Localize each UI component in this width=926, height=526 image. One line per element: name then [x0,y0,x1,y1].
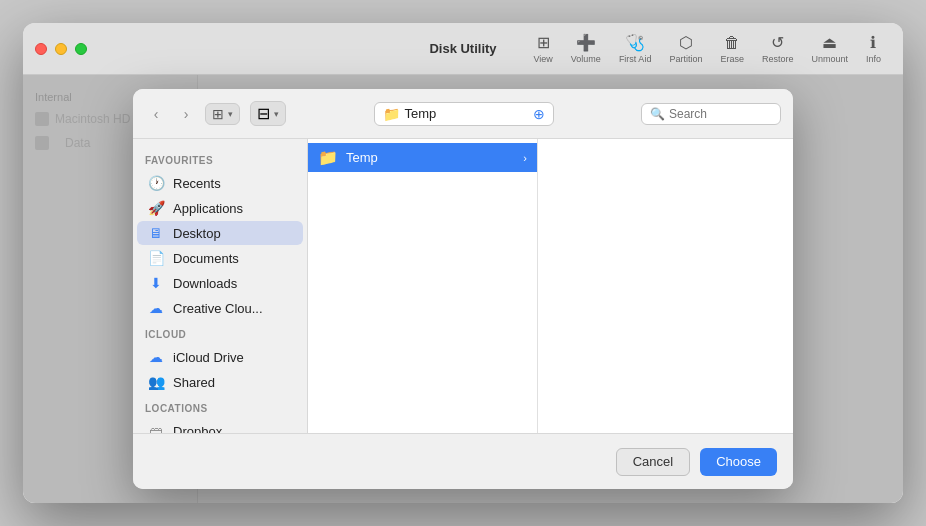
volume-label: Volume [571,54,601,64]
partition-icon: ⬡ [679,33,693,52]
applications-icon: 🚀 [147,200,165,216]
desktop-icon: 🖥 [147,225,165,241]
temp-folder-icon: 📁 [318,148,338,167]
favourites-section-label: Favourites [133,147,307,170]
sidebar-item-icloud-drive[interactable]: ☁ iCloud Drive [137,345,303,369]
documents-icon: 📄 [147,250,165,266]
toolbar-icons: ⊞ View ➕ Volume 🩺 First Aid ⬡ Partition … [533,33,881,64]
downloads-label: Downloads [173,276,237,291]
current-folder-selector[interactable]: 📁 Temp ⊕ [374,102,554,126]
picker-body: Favourites 🕐 Recents 🚀 Applications 🖥 De… [133,139,793,433]
traffic-lights [35,43,87,55]
file-row-temp[interactable]: 📁 Temp › [308,143,537,172]
info-icon: ℹ [870,33,876,52]
icloud-drive-label: iCloud Drive [173,350,244,365]
icloud-drive-icon: ☁ [147,349,165,365]
choose-button[interactable]: Choose [700,448,777,476]
current-folder-name: 📁 Temp [383,106,437,122]
creative-cloud-icon: ☁ [147,300,165,316]
shared-label: Shared [173,375,215,390]
unmount-icon: ⏏ [822,33,837,52]
search-icon: 🔍 [650,107,665,121]
dropbox-icon: 🗃 [147,423,165,433]
cancel-button[interactable]: Cancel [616,448,690,476]
search-box[interactable]: 🔍 [641,103,781,125]
folder-column: 📁 Temp › [308,139,538,433]
title-bar: Disk Utility ⊞ View ➕ Volume 🩺 First Aid… [23,23,903,75]
info-label: Info [866,54,881,64]
toolbar-item-partition[interactable]: ⬡ Partition [669,33,702,64]
maximize-button[interactable] [75,43,87,55]
sidebar-item-recents[interactable]: 🕐 Recents [137,171,303,195]
column-view-icon: ⊞ [212,106,224,122]
recents-label: Recents [173,176,221,191]
first-aid-label: First Aid [619,54,652,64]
sidebar-item-dropbox[interactable]: 🗃 Dropbox [137,419,303,433]
picker-toolbar: ‹ › ⊞ ▾ ⊟ ▾ 📁 Temp [133,89,793,139]
toolbar-item-view[interactable]: ⊞ View [533,33,552,64]
partition-label: Partition [669,54,702,64]
app-window: Disk Utility ⊞ View ➕ Volume 🩺 First Aid… [23,23,903,503]
sidebar-item-applications[interactable]: 🚀 Applications [137,196,303,220]
toolbar-item-restore[interactable]: ↺ Restore [762,33,794,64]
app-title: Disk Utility [429,41,496,56]
detail-column [538,139,793,433]
toolbar-item-info[interactable]: ℹ Info [866,33,881,64]
folder-icon: 📁 [383,106,400,122]
grid-view-chevron: ▾ [274,109,279,119]
recents-icon: 🕐 [147,175,165,191]
view-icon: ⊞ [537,33,550,52]
first-aid-icon: 🩺 [625,33,645,52]
column-view-button[interactable]: ⊞ ▾ [205,103,240,125]
shared-icon: 👥 [147,374,165,390]
close-button[interactable] [35,43,47,55]
erase-icon: 🗑 [724,34,740,52]
search-input[interactable] [669,107,769,121]
title-bar-center: Disk Utility [429,41,496,56]
modal-overlay: ‹ › ⊞ ▾ ⊟ ▾ 📁 Temp [23,75,903,503]
toolbar-item-erase[interactable]: 🗑 Erase [720,34,744,64]
toolbar-item-volume[interactable]: ➕ Volume [571,33,601,64]
folder-chevron-icon: ⊕ [533,106,545,122]
column-view-chevron: ▾ [228,109,233,119]
toolbar-item-first-aid[interactable]: 🩺 First Aid [619,33,652,64]
restore-icon: ↺ [771,33,784,52]
sidebar-item-shared[interactable]: 👥 Shared [137,370,303,394]
creative-cloud-label: Creative Clou... [173,301,263,316]
erase-label: Erase [720,54,744,64]
forward-button[interactable]: › [175,103,197,125]
temp-folder-chevron: › [523,152,527,164]
sidebar-item-documents[interactable]: 📄 Documents [137,246,303,270]
toolbar-item-unmount[interactable]: ⏏ Unmount [811,33,848,64]
file-picker-dialog: ‹ › ⊞ ▾ ⊟ ▾ 📁 Temp [133,89,793,489]
back-button[interactable]: ‹ [145,103,167,125]
picker-sidebar: Favourites 🕐 Recents 🚀 Applications 🖥 De… [133,139,308,433]
grid-view-button[interactable]: ⊟ ▾ [250,101,286,126]
minimize-button[interactable] [55,43,67,55]
restore-label: Restore [762,54,794,64]
downloads-icon: ⬇ [147,275,165,291]
grid-view-icon: ⊟ [257,104,270,123]
locations-section-label: Locations [133,395,307,418]
volume-icon: ➕ [576,33,596,52]
icloud-section-label: iCloud [133,321,307,344]
content-area: Internal Macintosh HD Data [23,75,903,503]
dropbox-label: Dropbox [173,424,222,434]
picker-main: 📁 Temp › [308,139,793,433]
applications-label: Applications [173,201,243,216]
sidebar-item-downloads[interactable]: ⬇ Downloads [137,271,303,295]
documents-label: Documents [173,251,239,266]
sidebar-item-creative-cloud[interactable]: ☁ Creative Clou... [137,296,303,320]
picker-footer: Cancel Choose [133,433,793,489]
desktop-label: Desktop [173,226,221,241]
unmount-label: Unmount [811,54,848,64]
view-label: View [533,54,552,64]
sidebar-item-desktop[interactable]: 🖥 Desktop [137,221,303,245]
temp-folder-label: Temp [346,150,515,165]
